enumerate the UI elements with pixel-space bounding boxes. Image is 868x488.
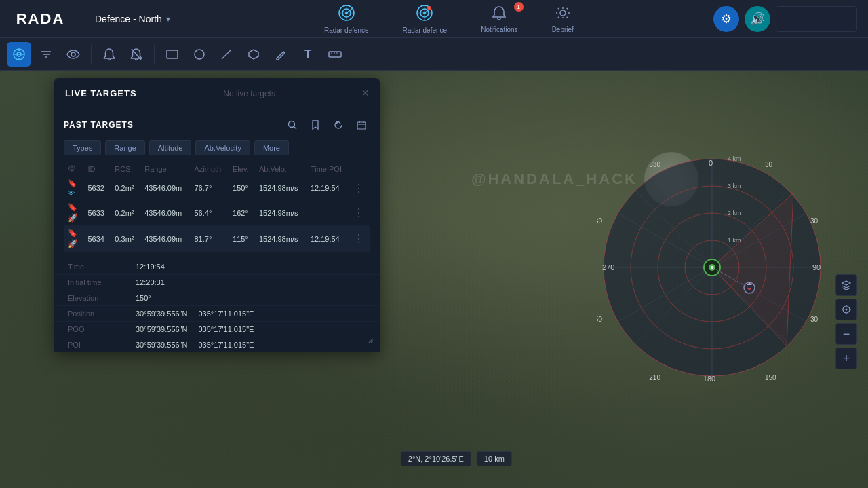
tool-eye[interactable]	[61, 42, 85, 67]
filter-tabs: Types Range Altitude Ab.Velocity More	[64, 140, 370, 155]
resize-handle[interactable]	[363, 333, 374, 347]
tool-circle[interactable]	[187, 42, 212, 67]
panel-close-button[interactable]: ×	[361, 86, 369, 100]
svg-point-26	[195, 50, 204, 59]
svg-text:30: 30	[765, 161, 773, 168]
row-menu-3[interactable]: ⋮	[349, 226, 370, 252]
scale-label: 10 km	[477, 451, 512, 466]
tool-polygon[interactable]	[241, 42, 266, 67]
svg-text:150: 150	[597, 316, 602, 323]
row-menu-2[interactable]: ⋮	[349, 200, 370, 226]
tool-bell[interactable]	[97, 42, 121, 67]
filter-tab-ab-velocity[interactable]: Ab.Velocity	[195, 140, 250, 155]
poi-lat: 30°59'39.556"N	[136, 341, 187, 349]
past-targets-section: PAST TARGETS	[54, 109, 380, 259]
filter-tab-range[interactable]: Range	[105, 140, 144, 155]
row-id-3: 5634	[84, 226, 111, 252]
zoom-in-button[interactable]: +	[835, 348, 857, 369]
detail-elevation-row: Elevation 150°	[54, 290, 380, 305]
svg-text:30: 30	[810, 217, 818, 225]
nav-tab-label-radar-2: Radar defence	[403, 26, 448, 34]
calendar-targets-button[interactable]	[353, 116, 370, 134]
filter-tab-types[interactable]: Types	[64, 140, 101, 155]
col-header-id: ID	[84, 162, 111, 176]
detail-time-row: Time 12:19:54	[54, 259, 380, 274]
svg-text:330: 330	[597, 217, 602, 225]
filter-tab-altitude[interactable]: Altitude	[149, 140, 192, 155]
row-id-1: 5632	[84, 176, 111, 200]
detail-initial-time-row: Initial time 12:20:31	[54, 274, 380, 290]
row-bookmark-1: 🔖 👁	[64, 176, 84, 200]
settings-button[interactable]: ⚙	[713, 6, 739, 32]
tool-ruler[interactable]	[323, 42, 347, 67]
row-menu-1[interactable]: ⋮	[349, 176, 370, 200]
row-azimuth-3: 81.7°	[190, 226, 229, 252]
past-targets-actions	[283, 116, 370, 134]
svg-text:3 km: 3 km	[728, 183, 741, 189]
tool-bell-off[interactable]	[124, 42, 149, 67]
row-rcs-3: 0.3m²	[111, 226, 140, 252]
tool-target[interactable]	[7, 42, 31, 67]
col-header-range: Range	[140, 162, 190, 176]
bookmark-icon-1[interactable]: 🔖	[68, 179, 80, 188]
tool-rect[interactable]	[160, 42, 184, 67]
eye-icon-1[interactable]: 👁	[68, 189, 80, 197]
mode-button[interactable]	[776, 6, 857, 32]
search-targets-button[interactable]	[283, 116, 301, 134]
svg-text:90: 90	[812, 263, 821, 271]
scale-bar: 2°N, 2°10'26.5"E 10 km	[401, 451, 512, 466]
bookmark-targets-button[interactable]	[307, 116, 324, 134]
poo-lat: 30°59'39.556"N	[136, 325, 187, 333]
svg-point-69	[846, 309, 848, 311]
col-header-rcs: RCS	[111, 162, 140, 176]
filter-tab-more[interactable]: More	[254, 140, 289, 155]
tool-text[interactable]: T	[296, 42, 320, 67]
svg-text:330: 330	[649, 161, 660, 168]
row-time-poi-2: -	[307, 200, 349, 226]
detail-poo-label: POO	[68, 325, 136, 333]
nav-tab-radar-2[interactable]: ! Radar defence	[389, 0, 461, 38]
radar-icon-2: !	[416, 4, 433, 25]
svg-text:150: 150	[765, 374, 776, 381]
svg-line-75	[294, 127, 297, 130]
detail-poo-row: POO 30°59'39.556"N 035°17'11.015"E	[54, 321, 380, 337]
locate-button[interactable]	[835, 299, 857, 320]
nav-tab-radar-1[interactable]: Radar defence	[311, 0, 382, 38]
targets-table: ID RCS Range Azimuth Elev. Ab.Velo. Time…	[64, 162, 370, 252]
zoom-out-button[interactable]: −	[835, 323, 857, 345]
row-elev-3: 115°	[229, 226, 255, 252]
svg-text:270: 270	[602, 263, 614, 271]
chevron-down-icon: ▾	[166, 14, 170, 24]
location-selector[interactable]: Defence - North ▾	[81, 0, 184, 38]
tool-line[interactable]	[214, 42, 239, 67]
bookmark-icon-3[interactable]: 🔖	[68, 229, 80, 238]
detail-position-row: Position 30°59'39.556"N 035°17'11.015"E	[54, 305, 380, 321]
nav-tab-label-debrief: Debrief	[552, 26, 574, 33]
row-range-3: 43546.09m	[140, 226, 190, 252]
row-elev-2: 162°	[229, 200, 255, 226]
svg-rect-29	[329, 52, 341, 57]
nav-tab-notifications[interactable]: 1 Notifications	[467, 1, 531, 37]
svg-text:!: !	[429, 7, 430, 11]
refresh-targets-button[interactable]	[330, 116, 347, 134]
sound-button[interactable]: 🔊	[745, 6, 770, 32]
layers-button[interactable]	[835, 274, 857, 296]
radar-display: 0 90 180 270 30 30 330 150 30 330 150 21…	[597, 152, 827, 383]
svg-point-80	[71, 167, 73, 170]
row-time-poi-3: 12:19:54	[307, 226, 349, 252]
target-type-icon-3: 🚀	[68, 239, 80, 248]
tool-pencil[interactable]	[269, 42, 293, 67]
row-rcs-1: 0.2m²	[111, 176, 140, 200]
detail-poi-label: POI	[68, 341, 136, 349]
row-id-2: 5633	[84, 200, 111, 226]
bookmark-icon-2[interactable]: 🔖	[68, 203, 80, 212]
row-range-1: 43546.09m	[140, 176, 190, 200]
row-bookmark-2: 🔖 🚀	[64, 200, 84, 226]
svg-rect-25	[167, 50, 178, 58]
nav-tab-debrief[interactable]: Debrief	[538, 1, 587, 37]
map-controls: − +	[835, 274, 857, 369]
radar-icon-1	[338, 4, 355, 25]
col-header-time-poi: Time.POI	[307, 162, 349, 176]
tool-filter[interactable]	[34, 42, 58, 67]
detail-poi-row: POI 30°59'39.556"N 035°17'11.015"E	[54, 337, 380, 352]
